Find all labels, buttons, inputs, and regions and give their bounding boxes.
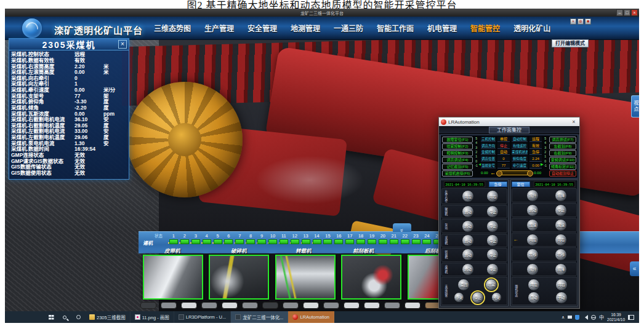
notification-icon[interactable] (628, 315, 634, 320)
film-chip[interactable] (201, 302, 217, 309)
round-button[interactable]: 启动 (462, 248, 474, 261)
round-button[interactable]: 停止 (472, 292, 484, 304)
task-button[interactable]: 2305三维截图 (85, 311, 131, 323)
round-button[interactable]: 启动 (462, 263, 474, 276)
round-button[interactable]: 小架 (454, 292, 464, 303)
film-chip[interactable] (323, 302, 339, 309)
function-button[interactable]: 左截割(F8) (549, 143, 576, 149)
maximize-button[interactable]: □ (624, 9, 630, 16)
close-button[interactable]: × (631, 9, 638, 16)
film-chip[interactable] (283, 302, 299, 309)
window-icon[interactable]: ■ (585, 18, 591, 25)
tray-chevron-icon[interactable]: ∧ (561, 315, 565, 320)
round-button[interactable]: 向左 (462, 190, 474, 202)
round-button[interactable]: 启动 (462, 205, 474, 218)
nav-item[interactable]: 一通三防 (334, 23, 363, 33)
round-button[interactable]: 摇升 (526, 263, 539, 276)
round-button[interactable]: 向左 (528, 279, 540, 291)
round-button[interactable]: 减速 (555, 219, 567, 231)
usb-icon[interactable] (568, 316, 572, 319)
search-button[interactable] (58, 311, 71, 323)
film-chip[interactable] (303, 302, 319, 309)
round-button[interactable]: 启动 (526, 204, 539, 217)
round-button[interactable]: 摇降 (555, 189, 567, 202)
camera-thumbnail-loader[interactable] (275, 255, 336, 300)
film-chip[interactable] (242, 302, 258, 309)
film-chip[interactable] (344, 302, 360, 309)
nav-item[interactable]: 三维态势图 (154, 23, 191, 33)
camera-thumbnail-belt[interactable] (143, 255, 203, 300)
start-button[interactable] (44, 311, 58, 323)
emergency-stop-button[interactable]: 急停 (489, 181, 507, 187)
open-edit-mode-button[interactable]: 打开编辑模式 (552, 39, 589, 47)
task-button[interactable]: LR3DPlatform - U... (174, 311, 231, 323)
round-button[interactable]: 喷雾 (485, 279, 497, 291)
round-button[interactable]: 停止 (486, 220, 499, 233)
camera-thumbnail-crusher[interactable] (209, 255, 269, 300)
function-button[interactable]: 调高测试(F7) (549, 137, 576, 143)
function-button[interactable]: 倾角标定(F11) (549, 164, 576, 170)
panel-close-button[interactable]: × (118, 40, 127, 49)
tools-icon[interactable]: × (570, 18, 576, 25)
minimize-button[interactable]: – (616, 9, 623, 16)
network-icon[interactable] (591, 315, 596, 320)
lr-close-button[interactable]: × (570, 119, 578, 125)
round-button[interactable]: 向左 (526, 234, 539, 246)
round-button[interactable]: 右移 (555, 248, 567, 261)
task-button[interactable]: 11.png - 画图 (131, 311, 174, 323)
film-chip[interactable] (222, 302, 238, 309)
function-button[interactable]: 故障复位(F1) (442, 137, 473, 143)
function-button[interactable]: 自动截割停止 (549, 170, 576, 177)
speaker-icon[interactable] (582, 315, 588, 320)
function-button[interactable]: 记忆截割(F5) (442, 164, 473, 170)
shield-icon[interactable] (575, 315, 579, 320)
round-button[interactable]: 向右 (555, 279, 568, 291)
function-button[interactable]: 调高调试(F4) (442, 157, 473, 163)
viewpoint-tab[interactable]: 视点 (631, 95, 639, 117)
function-button[interactable]: 右截割(F9) (549, 150, 576, 156)
nav-item[interactable]: 智能工作面 (377, 23, 414, 33)
nav-item[interactable]: 机电管理 (427, 23, 457, 33)
function-button[interactable]: 照明控制(F3) (442, 150, 473, 156)
reset-button[interactable]: 复位 (512, 181, 530, 187)
function-button[interactable]: 变频调试(F10) (549, 157, 576, 163)
nav-item[interactable]: 透明化矿山 (513, 23, 550, 33)
round-button[interactable]: 返回 (457, 279, 470, 291)
round-button[interactable]: 停止 (486, 263, 499, 276)
task-button[interactable]: 龙矿二三维一体化... (231, 311, 288, 323)
round-button[interactable]: 手动 (555, 292, 568, 304)
ime-indicator[interactable]: 中 (599, 314, 604, 320)
round-button[interactable]: 停止 (486, 205, 499, 218)
collapse-down-button[interactable]: « (393, 223, 411, 232)
round-button[interactable]: 大架 (491, 292, 502, 303)
function-button[interactable]: 喷雾控制(F2) (442, 143, 473, 149)
round-button[interactable]: 停止 (555, 204, 567, 217)
nav-item[interactable]: 安全管理 (248, 23, 277, 33)
workface-control-tab[interactable]: 工作面集控 (489, 127, 529, 133)
round-button[interactable]: 停止 (486, 234, 499, 247)
film-chip[interactable] (161, 302, 177, 309)
collapse-right-tab[interactable]: « (630, 261, 639, 276)
round-button[interactable]: 向右 (486, 190, 499, 202)
film-chip[interactable] (140, 302, 156, 309)
settings-icon[interactable]: ⊕ (578, 18, 584, 25)
film-chip[interactable] (181, 302, 197, 309)
film-chip[interactable] (405, 302, 421, 309)
function-button[interactable]: 采煤机启停(F6) (442, 170, 473, 177)
cortana-button[interactable] (71, 311, 85, 323)
round-button[interactable]: 向右 (555, 234, 567, 246)
film-chip[interactable] (384, 302, 400, 309)
round-button[interactable]: 摇降 (555, 263, 567, 276)
round-button[interactable]: 停止 (486, 248, 499, 261)
film-chip[interactable] (364, 302, 380, 309)
round-button[interactable]: 左移 (526, 248, 539, 261)
clock[interactable]: 16:39 2021/4/10 (607, 312, 625, 322)
round-button[interactable]: 启动 (462, 234, 474, 247)
nav-item[interactable]: 地测管理 (291, 23, 320, 33)
film-chip[interactable] (262, 302, 278, 309)
round-button[interactable]: 摇升 (526, 189, 539, 202)
nav-item[interactable]: 智能管控 (470, 23, 500, 33)
camera-thumbnail-front-scraper[interactable] (341, 255, 401, 300)
round-button[interactable]: 加速 (526, 219, 539, 231)
nav-item[interactable]: 生产管理 (204, 23, 234, 33)
